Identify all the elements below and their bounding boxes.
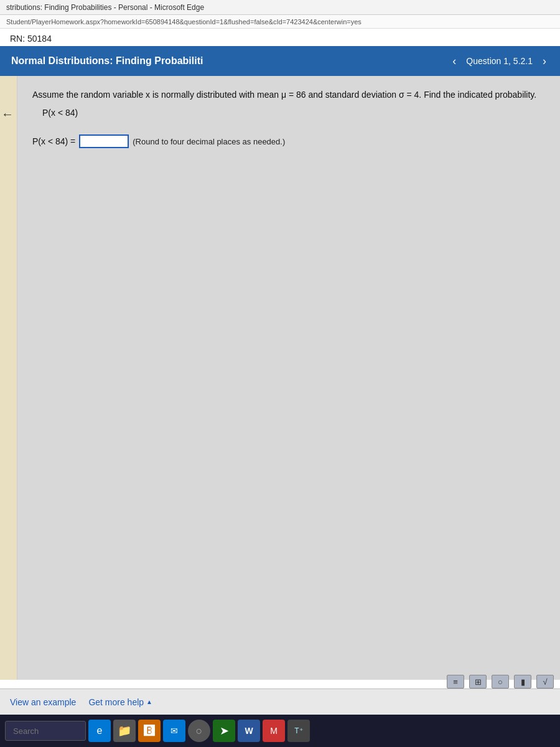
bottom-bar: View an example Get more help ▲: [0, 688, 560, 715]
url-text: Student/PlayerHomework.aspx?homeworkId=6…: [6, 18, 362, 26]
browser-title: stributions: Finding Probabilities - Per…: [6, 3, 204, 12]
taskbar-m-icon[interactable]: M: [263, 720, 285, 742]
taskbar-word-icon[interactable]: W: [238, 720, 260, 742]
view-example-link[interactable]: View an example: [10, 697, 76, 707]
content-area: Assume the random variable x is normally…: [17, 76, 560, 680]
taskbar-search-input[interactable]: [5, 721, 86, 741]
toolbar-icon-menu[interactable]: ≡: [447, 675, 464, 688]
taskbar-mail-icon[interactable]: ✉: [163, 720, 185, 742]
toolbar-icon-grid[interactable]: ⊞: [469, 675, 487, 688]
get-more-help-label: Get more help: [88, 697, 144, 707]
prev-question-button[interactable]: ‹: [450, 55, 459, 68]
chevron-up-icon: ▲: [146, 698, 152, 705]
question-text: Assume the random variable x is normally…: [32, 88, 545, 120]
answer-input[interactable]: [79, 134, 129, 148]
taskbar-edge-icon[interactable]: e: [88, 720, 111, 742]
taskbar-t-icon[interactable]: T⁺: [287, 720, 310, 742]
taskbar-store-icon[interactable]: 🅱: [138, 720, 161, 742]
get-more-help-button[interactable]: Get more help ▲: [88, 697, 152, 707]
sub-question: P(x < 84): [42, 106, 545, 120]
header-title: Normal Distributions: Finding Probabilit…: [11, 55, 203, 67]
url-bar: Student/PlayerHomework.aspx?homeworkId=6…: [0, 15, 560, 29]
toolbar-icon-bar[interactable]: ▮: [514, 675, 531, 688]
question-description: Assume the random variable x is normally…: [32, 90, 536, 100]
rn-bar: RN: 50184: [0, 29, 560, 46]
taskbar-circle-icon[interactable]: ○: [188, 720, 210, 742]
toolbar-row: ≡ ⊞ ○ ▮ √: [447, 675, 554, 688]
taskbar: e 📁 🅱 ✉ ○ ➤ W M T⁺: [0, 715, 560, 747]
title-bar: stributions: Finding Probabilities - Per…: [0, 0, 560, 15]
answer-row: P(x < 84) = (Round to four decimal place…: [32, 134, 545, 148]
answer-label: P(x < 84) =: [32, 136, 75, 146]
left-sidebar: ←: [0, 76, 17, 680]
taskbar-folder-icon[interactable]: 📁: [113, 720, 136, 742]
next-question-button[interactable]: ›: [540, 55, 549, 68]
toolbar-icon-circle[interactable]: ○: [492, 675, 509, 688]
answer-hint: (Round to four decimal places as needed.…: [133, 137, 285, 146]
toolbar-icon-check[interactable]: √: [536, 675, 554, 688]
nav-area: ‹ Question 1, 5.2.1 ›: [450, 55, 549, 68]
back-arrow-button[interactable]: ←: [1, 107, 14, 121]
question-ref: Question 1, 5.2.1: [466, 56, 533, 66]
question-header: Normal Distributions: Finding Probabilit…: [0, 46, 560, 76]
main-content: ← Assume the random variable x is normal…: [0, 76, 560, 680]
rn-label: RN: 50184: [10, 34, 52, 44]
taskbar-arrow-icon[interactable]: ➤: [213, 720, 235, 742]
